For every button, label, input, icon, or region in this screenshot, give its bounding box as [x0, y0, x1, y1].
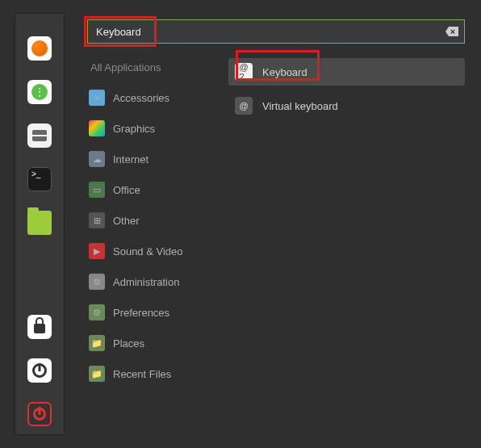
- category-label: Places: [113, 337, 144, 350]
- category-recent-files[interactable]: 📁 Recent Files: [87, 359, 212, 388]
- cloud-icon: ☁: [89, 151, 105, 167]
- category-preferences[interactable]: ⚙ Preferences: [87, 298, 212, 327]
- category-administration[interactable]: ⚙ Administration: [87, 267, 212, 296]
- recent-icon: 📁: [89, 366, 105, 382]
- category-other[interactable]: ⊞ Other: [87, 206, 212, 235]
- admin-icon: ⚙: [89, 274, 105, 290]
- launcher-settings[interactable]: [27, 124, 52, 148]
- category-label: Accessories: [113, 92, 169, 104]
- scissors-icon: ✂: [89, 90, 105, 106]
- category-office[interactable]: ▭ Office: [87, 175, 212, 204]
- launcher-lock[interactable]: [27, 315, 52, 339]
- result-keyboard[interactable]: @2 Keyboard: [228, 58, 465, 86]
- search-input[interactable]: [87, 19, 465, 44]
- play-icon: ▶: [89, 243, 105, 259]
- launcher-panel: ⋮⋮⋮: [15, 13, 65, 435]
- palette-icon: [89, 120, 105, 136]
- categories-header[interactable]: All Applications: [87, 55, 212, 82]
- category-accessories[interactable]: ✂ Accessories: [87, 83, 212, 112]
- category-label: Office: [113, 184, 140, 196]
- category-label: Sound & Video: [113, 245, 183, 257]
- launcher-session[interactable]: [27, 358, 52, 383]
- launcher-terminal[interactable]: [27, 167, 52, 191]
- result-virtual-keyboard[interactable]: @ Virtual keyboard: [228, 92, 465, 119]
- search-container: [87, 19, 465, 44]
- app-menu: All Applications ✂ Accessories Graphics …: [65, 0, 481, 448]
- at-icon: @: [235, 97, 253, 115]
- launcher-firefox[interactable]: [27, 36, 52, 61]
- category-list: All Applications ✂ Accessories Graphics …: [87, 55, 212, 388]
- launcher-files[interactable]: [27, 211, 52, 235]
- grid-icon: ⊞: [89, 212, 105, 228]
- launcher-apps-grid[interactable]: ⋮⋮⋮: [27, 80, 52, 104]
- folder-icon: 📁: [89, 335, 105, 351]
- result-label: Virtual keyboard: [262, 100, 338, 112]
- category-label: Preferences: [113, 307, 169, 319]
- keyboard-icon: @2: [235, 63, 253, 81]
- prefs-icon: ⚙: [89, 304, 105, 320]
- category-label: Other: [113, 215, 140, 227]
- results-list: @2 Keyboard @ Virtual keyboard: [228, 55, 465, 388]
- document-icon: ▭: [89, 182, 105, 198]
- category-sound-video[interactable]: ▶ Sound & Video: [87, 237, 212, 266]
- category-label: Graphics: [113, 123, 155, 135]
- launcher-power[interactable]: [27, 402, 52, 426]
- category-label: Administration: [113, 276, 179, 288]
- category-places[interactable]: 📁 Places: [87, 329, 212, 358]
- category-label: Internet: [113, 153, 148, 165]
- category-internet[interactable]: ☁ Internet: [87, 144, 212, 174]
- result-label: Keyboard: [262, 66, 307, 78]
- category-label: Recent Files: [113, 368, 171, 380]
- category-graphics[interactable]: Graphics: [87, 114, 212, 143]
